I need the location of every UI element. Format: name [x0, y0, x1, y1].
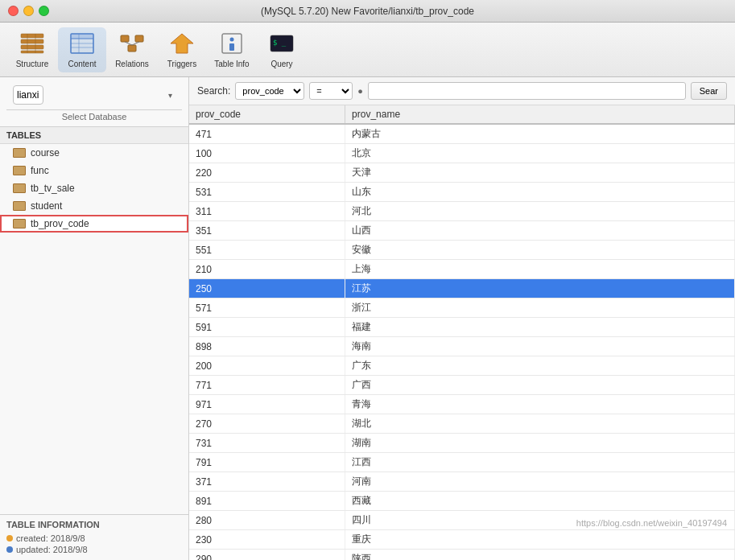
search-operator-select[interactable]: = != LIKE > <: [309, 82, 353, 100]
updated-label: updated: 2018/9/8: [16, 545, 88, 554]
cell-prov-code: 200: [189, 356, 345, 376]
updated-info-row: updated: 2018/9/8: [6, 544, 182, 555]
cell-prov-code: 220: [189, 163, 345, 183]
structure-label: Structure: [16, 60, 49, 68]
sidebar: lianxi Select Database TABLES course fun…: [0, 77, 189, 560]
data-table-wrapper[interactable]: prov_code prov_name 471内蒙古100北京220天津531山…: [189, 105, 735, 560]
search-input[interactable]: [368, 82, 686, 100]
cell-prov-code: 250: [189, 279, 345, 299]
content-area: Search: prov_code prov_name = != LIKE > …: [189, 77, 735, 560]
cell-prov-name: 海南: [345, 337, 735, 356]
cell-prov-name: 安徽: [345, 241, 735, 260]
cell-prov-code: 898: [189, 337, 345, 356]
close-button[interactable]: [8, 6, 19, 16]
cell-prov-name: 江西: [345, 453, 735, 472]
cell-prov-name: 重庆: [345, 530, 735, 550]
relations-button[interactable]: Relations: [108, 27, 156, 72]
table-row[interactable]: 220天津: [189, 163, 735, 183]
query-icon: $ _: [269, 31, 295, 56]
svg-rect-20: [229, 43, 234, 51]
cell-prov-code: 531: [189, 183, 345, 202]
table-icon-tb-prov-code: [13, 219, 26, 229]
cell-prov-code: 571: [189, 299, 345, 318]
table-row[interactable]: 210上海: [189, 260, 735, 279]
table-name-student: student: [31, 200, 62, 212]
structure-button[interactable]: Structure: [8, 27, 56, 72]
db-select[interactable]: lianxi: [13, 85, 43, 105]
cell-prov-name: 陕西: [345, 550, 735, 561]
cell-prov-name: 广东: [345, 356, 735, 376]
window-controls[interactable]: [8, 6, 49, 16]
table-row[interactable]: 591福建: [189, 318, 735, 337]
cell-prov-code: 791: [189, 453, 345, 472]
table-icon-func: [13, 166, 26, 175]
content-icon: [69, 31, 95, 56]
search-button[interactable]: Sear: [691, 82, 727, 100]
table-row[interactable]: 771广西: [189, 376, 735, 395]
table-name-course: course: [31, 147, 60, 159]
maximize-button[interactable]: [39, 6, 49, 16]
table-row[interactable]: 280四川: [189, 511, 735, 530]
svg-rect-2: [21, 45, 43, 49]
cell-prov-name: 内蒙古: [345, 124, 735, 144]
table-row[interactable]: 791江西: [189, 453, 735, 472]
col-header-prov-code[interactable]: prov_code: [189, 105, 345, 124]
relations-label: Relations: [115, 60, 149, 68]
svg-text:$ _: $ _: [273, 39, 287, 47]
svg-rect-11: [71, 34, 93, 39]
table-icon-course: [13, 148, 26, 158]
table-row[interactable]: 571浙江: [189, 299, 735, 318]
cell-prov-name: 北京: [345, 144, 735, 163]
table-name-tb-prov-code: tb_prov_code: [31, 218, 89, 229]
table-row[interactable]: 971青海: [189, 395, 735, 414]
table-row[interactable]: 731湖南: [189, 434, 735, 453]
triggers-button[interactable]: Triggers: [158, 27, 206, 72]
table-row[interactable]: 471内蒙古: [189, 124, 735, 144]
cell-prov-code: 591: [189, 318, 345, 337]
sidebar-item-func[interactable]: func: [0, 162, 188, 179]
col-header-prov-name[interactable]: prov_name: [345, 105, 735, 124]
cell-prov-name: 山东: [345, 183, 735, 202]
query-button[interactable]: $ _ Query: [258, 27, 306, 72]
table-row[interactable]: 250江苏: [189, 279, 735, 299]
table-row[interactable]: 371河南: [189, 472, 735, 492]
cell-prov-code: 100: [189, 144, 345, 163]
table-row[interactable]: 551安徽: [189, 241, 735, 260]
table-row[interactable]: 230重庆: [189, 530, 735, 550]
tableinfo-button[interactable]: Table Info: [208, 27, 256, 72]
minimize-button[interactable]: [23, 6, 34, 16]
tableinfo-label: Table Info: [214, 60, 249, 68]
relations-icon: [119, 31, 145, 56]
svg-rect-0: [21, 34, 43, 38]
table-icon-student: [13, 201, 26, 211]
sidebar-item-tb-tv-sale[interactable]: tb_tv_sale: [0, 179, 188, 197]
table-row[interactable]: 200广东: [189, 356, 735, 376]
triggers-icon: [169, 31, 195, 56]
table-row[interactable]: 351山西: [189, 221, 735, 241]
db-selector: lianxi: [6, 80, 182, 110]
table-row[interactable]: 891西藏: [189, 492, 735, 511]
table-row[interactable]: 311河北: [189, 202, 735, 221]
table-row[interactable]: 270湖北: [189, 414, 735, 434]
cell-prov-name: 福建: [345, 318, 735, 337]
table-row[interactable]: 290陕西: [189, 550, 735, 561]
sidebar-item-tb-prov-code[interactable]: tb_prov_code: [0, 215, 188, 233]
table-icon-tb-tv-sale: [13, 183, 26, 193]
table-row[interactable]: 898海南: [189, 337, 735, 356]
structure-icon: [19, 31, 45, 56]
content-button[interactable]: Content: [58, 27, 106, 72]
search-field-select[interactable]: prov_code prov_name: [235, 82, 304, 100]
cell-prov-name: 江苏: [345, 279, 735, 299]
sidebar-item-course[interactable]: course: [0, 144, 188, 162]
cell-prov-code: 771: [189, 376, 345, 395]
cell-prov-code: 891: [189, 492, 345, 511]
sidebar-item-student[interactable]: student: [0, 197, 188, 215]
cell-prov-code: 280: [189, 511, 345, 530]
table-row[interactable]: 531山东: [189, 183, 735, 202]
cell-prov-name: 四川: [345, 511, 735, 530]
svg-marker-17: [171, 34, 193, 53]
table-row[interactable]: 100北京: [189, 144, 735, 163]
svg-rect-12: [121, 35, 129, 42]
cell-prov-code: 270: [189, 414, 345, 434]
cell-prov-name: 西藏: [345, 492, 735, 511]
